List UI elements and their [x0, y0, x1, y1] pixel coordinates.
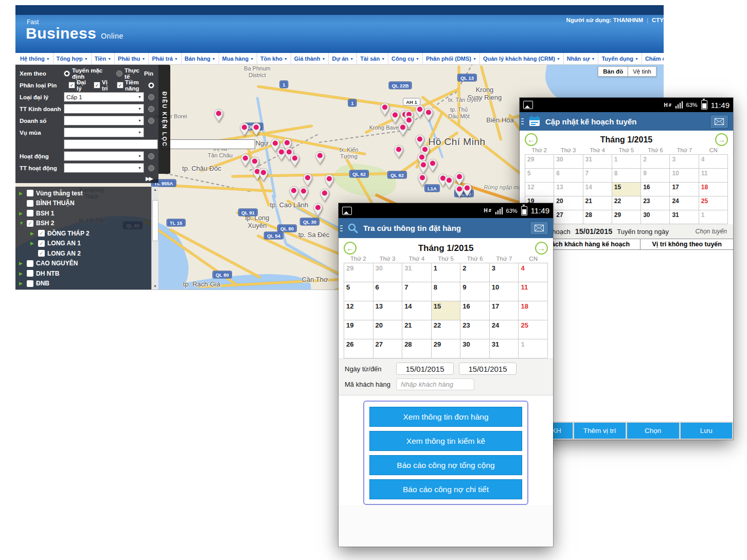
activity-select[interactable]: ▼ — [64, 151, 144, 161]
tree-item[interactable]: BSH 1 — [17, 208, 151, 219]
tree-expand-icon[interactable] — [19, 221, 24, 226]
calendar-day-cell[interactable]: 6 — [374, 282, 403, 301]
date-from-field[interactable] — [396, 363, 454, 375]
calendar-day-cell[interactable]: 17 — [490, 301, 519, 320]
calendar-day-cell[interactable]: 25 — [519, 320, 548, 339]
map-pin[interactable] — [298, 186, 309, 200]
tree-expand-icon[interactable] — [19, 261, 24, 266]
map-type-satellite-button[interactable]: Vệ tinh — [628, 66, 656, 77]
calendar-day-cell[interactable]: 30 — [374, 263, 403, 282]
choose-route-link[interactable]: Chọn tuyến — [696, 228, 727, 235]
agent-checkbox[interactable]: ✓ — [68, 82, 75, 88]
calendar-day-cell[interactable]: 16 — [641, 183, 670, 196]
tab-offroute-locations[interactable]: Vị trí không theo tuyến — [641, 239, 733, 249]
tree-expand-icon[interactable] — [19, 211, 24, 216]
tree-checkbox[interactable] — [27, 260, 33, 267]
messages-button[interactable] — [710, 115, 728, 129]
tree-item[interactable]: BÌNH THUẬN — [17, 198, 151, 209]
calendar-day-cell[interactable]: 15 — [432, 301, 461, 320]
calendar-day-cell[interactable]: 21 — [402, 320, 432, 339]
map-pin[interactable] — [251, 122, 261, 136]
map-pin[interactable] — [319, 188, 330, 202]
tree-expand-icon[interactable] — [19, 191, 24, 196]
map-pin[interactable] — [394, 144, 404, 158]
tree-checkbox[interactable] — [27, 190, 33, 196]
calendar-day-cell[interactable]: 6 — [554, 169, 583, 183]
menu-item[interactable]: Tài sản▼ — [357, 53, 388, 64]
calendar-day-cell[interactable]: 31 — [490, 339, 519, 358]
calendar-day-cell[interactable]: 31 — [583, 155, 612, 169]
calendar-day-cell[interactable]: 5 — [344, 282, 374, 301]
map-pin[interactable] — [240, 153, 251, 167]
tree-checkbox[interactable] — [27, 270, 33, 277]
calendar-day-cell[interactable]: 10 — [670, 169, 699, 183]
revenue-radio[interactable] — [148, 118, 154, 124]
scroll-up-icon[interactable]: ▲ — [152, 187, 158, 193]
map-type-map-button[interactable]: Bản đồ — [598, 66, 628, 77]
calendar-day-cell[interactable]: 14 — [583, 183, 612, 196]
report-action-button[interactable]: Báo cáo công nợ chi tiết — [369, 479, 522, 499]
agent-type-select[interactable]: Cấp 1▼ — [64, 92, 144, 102]
calendar-day-cell[interactable]: 29 — [612, 210, 641, 224]
calendar-day-cell[interactable]: 11 — [519, 282, 548, 301]
calendar-day-cell[interactable]: 13 — [554, 183, 583, 196]
map-pin[interactable] — [289, 186, 299, 200]
tree-item[interactable]: BSH 2 — [17, 219, 151, 229]
report-action-button[interactable]: Xem thông tin kiểm kê — [369, 431, 522, 451]
tree-item[interactable]: DH NTB — [17, 268, 151, 279]
filter-conditions-tab[interactable]: ĐIỀU KIỆN LỌC — [158, 65, 170, 174]
menu-item[interactable]: Hệ thống▼ — [17, 53, 54, 64]
menu-item[interactable]: Phải thu▼ — [115, 53, 149, 64]
calendar-day-cell[interactable]: 7 — [402, 282, 432, 301]
pin-radio[interactable] — [148, 82, 154, 88]
calendar-day-cell[interactable]: 18 — [519, 301, 548, 320]
revenue-select[interactable]: ▼ — [64, 116, 144, 125]
menu-item[interactable]: Phân phối (DMS)▼ — [423, 53, 480, 64]
calendar-day-cell[interactable]: 10 — [490, 282, 519, 301]
tree-checkbox[interactable] — [27, 220, 33, 227]
business-status-radio[interactable] — [148, 106, 154, 112]
calendar-day-cell[interactable]: 14 — [402, 301, 432, 320]
calendar-day-cell[interactable]: 19 — [344, 320, 374, 339]
calendar-day-cell[interactable]: 28 — [583, 210, 612, 224]
map-pin[interactable] — [313, 203, 323, 216]
route-default-radio[interactable] — [64, 70, 70, 77]
tree-item[interactable]: ĐNB — [17, 279, 151, 289]
calendar-day-cell[interactable]: 1 — [612, 155, 641, 169]
plan-action-button[interactable]: Chọn — [627, 423, 679, 439]
season-from-input[interactable] — [64, 139, 158, 149]
calendar-day-cell[interactable]: 29 — [525, 155, 554, 169]
calendar-day-cell[interactable]: 12 — [344, 301, 374, 320]
map-pin[interactable] — [428, 158, 438, 172]
calendar-day-cell[interactable]: 1 — [432, 263, 461, 282]
map-pin[interactable] — [303, 173, 313, 187]
calendar-day-cell[interactable]: 28 — [402, 339, 432, 358]
tree-checkbox[interactable] — [27, 200, 33, 207]
fast-forward-icon[interactable]: ▶▶ — [146, 175, 152, 182]
calendar-day-cell[interactable]: 20 — [374, 320, 403, 339]
calendar-day-cell[interactable]: 24 — [490, 320, 519, 339]
map-pin[interactable] — [290, 153, 300, 167]
next-month-button[interactable]: → — [535, 242, 548, 255]
season-select[interactable]: ▼ — [64, 128, 144, 137]
menu-item[interactable]: Phải trả▼ — [149, 53, 181, 64]
prev-month-button[interactable]: ← — [344, 242, 357, 255]
calendar-day-cell[interactable]: 7 — [583, 169, 612, 183]
calendar-day-cell[interactable]: 23 — [641, 196, 670, 210]
map-pin[interactable] — [239, 122, 250, 136]
messages-button[interactable] — [530, 221, 548, 235]
menu-item[interactable]: Tồn kho▼ — [257, 53, 291, 64]
calendar-day-cell[interactable]: 29 — [432, 339, 461, 358]
map-pin[interactable] — [380, 102, 390, 116]
season-to-input[interactable] — [161, 139, 255, 149]
calendar-day-cell[interactable]: 5 — [525, 169, 554, 183]
tree-checkbox[interactable] — [38, 230, 45, 237]
scrollbar-thumb[interactable] — [152, 200, 158, 241]
menu-icon[interactable] — [521, 118, 524, 124]
tree-scrollbar[interactable]: ▲ ▼ — [151, 187, 158, 290]
map-pin[interactable] — [444, 175, 454, 189]
tree-expand-icon[interactable] — [19, 271, 24, 276]
calendar-day-cell[interactable]: 12 — [525, 183, 554, 196]
calendar-day-cell[interactable]: 22 — [612, 196, 641, 210]
tree-item[interactable]: ĐỒNG THÁP 2 — [17, 228, 151, 239]
